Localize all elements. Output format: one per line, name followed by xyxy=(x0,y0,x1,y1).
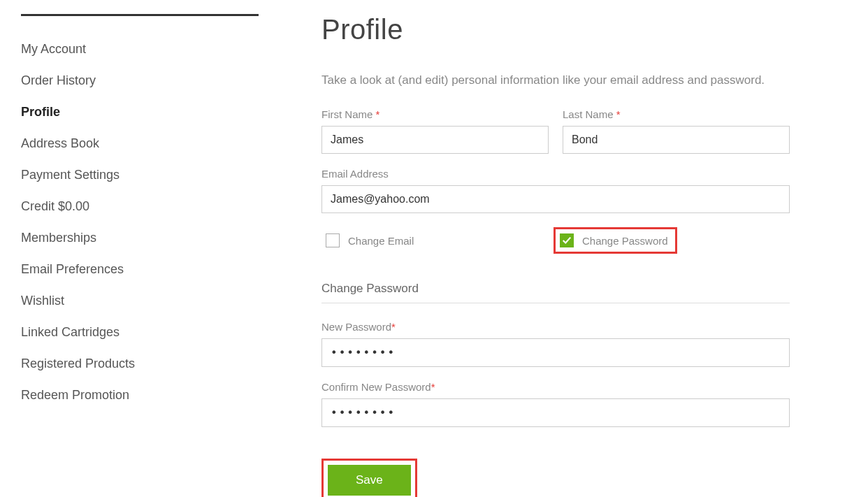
email-group: Email Address xyxy=(321,168,790,213)
sidebar-item-my-account[interactable]: My Account xyxy=(21,34,259,65)
email-label: Email Address xyxy=(321,168,790,180)
sidebar-divider xyxy=(21,14,259,16)
change-email-label: Change Email xyxy=(348,235,414,247)
sidebar-item-linked-cartridges[interactable]: Linked Cartridges xyxy=(21,317,259,348)
save-button-highlight: Save xyxy=(321,459,417,497)
sidebar-item-order-history[interactable]: Order History xyxy=(21,65,259,96)
required-asterisk: * xyxy=(391,321,396,333)
sidebar-item-wishlist[interactable]: Wishlist xyxy=(21,285,259,317)
sidebar-item-address-book[interactable]: Address Book xyxy=(21,128,259,159)
sidebar-item-memberships[interactable]: Memberships xyxy=(21,222,259,254)
required-asterisk: * xyxy=(376,108,380,120)
page-title: Profile xyxy=(321,14,790,45)
main-content: Profile Take a look at (and edit) person… xyxy=(259,14,804,497)
sidebar-item-credit[interactable]: Credit $0.00 xyxy=(21,191,259,222)
sidebar-item-profile[interactable]: Profile xyxy=(21,96,259,128)
first-name-group: First Name * xyxy=(321,108,549,154)
sidebar: My Account Order History Profile Address… xyxy=(21,14,259,497)
sidebar-item-email-preferences[interactable]: Email Preferences xyxy=(21,254,259,285)
last-name-label: Last Name * xyxy=(563,108,790,120)
page-description: Take a look at (and edit) personal infor… xyxy=(321,73,790,87)
new-password-input[interactable] xyxy=(321,338,790,367)
confirm-password-group: Confirm New Password* xyxy=(321,381,790,427)
new-password-label: New Password* xyxy=(321,321,790,333)
sidebar-item-payment-settings[interactable]: Payment Settings xyxy=(21,159,259,191)
last-name-input[interactable] xyxy=(563,126,790,154)
change-password-checkbox[interactable] xyxy=(560,233,574,247)
confirm-password-label: Confirm New Password* xyxy=(321,381,790,393)
save-button[interactable]: Save xyxy=(328,465,411,496)
last-name-group: Last Name * xyxy=(563,108,790,154)
sidebar-item-redeem-promotion[interactable]: Redeem Promotion xyxy=(21,380,259,411)
required-asterisk: * xyxy=(431,381,435,393)
email-input[interactable] xyxy=(321,185,790,213)
change-email-checkbox-group: Change Email xyxy=(321,227,554,254)
required-asterisk: * xyxy=(616,108,621,120)
sidebar-item-registered-products[interactable]: Registered Products xyxy=(21,348,259,380)
first-name-input[interactable] xyxy=(321,126,549,154)
confirm-password-input[interactable] xyxy=(321,398,790,427)
first-name-label: First Name * xyxy=(321,108,549,120)
new-password-group: New Password* xyxy=(321,321,790,367)
change-password-checkbox-group: Change Password xyxy=(554,227,677,254)
change-password-label: Change Password xyxy=(582,235,668,247)
change-email-checkbox[interactable] xyxy=(326,233,340,247)
check-icon xyxy=(562,236,572,245)
change-password-section-title: Change Password xyxy=(321,282,790,303)
